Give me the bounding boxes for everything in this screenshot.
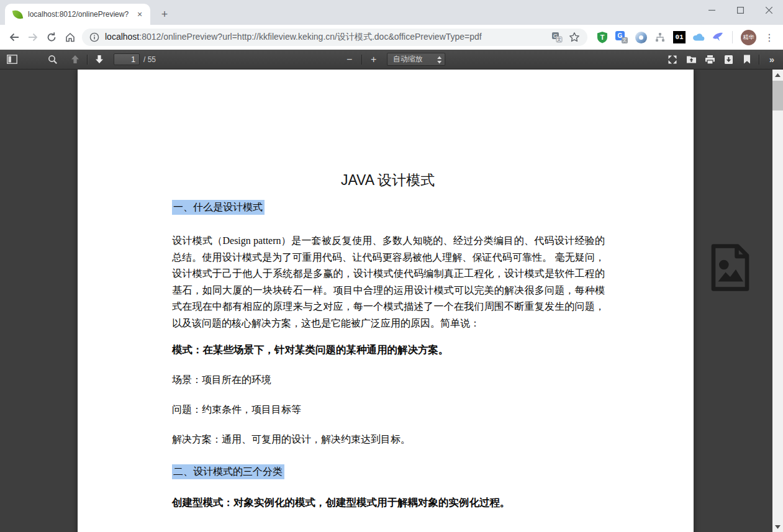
- extension-shield-icon[interactable]: T: [596, 31, 609, 43]
- bookmark-star-icon[interactable]: [569, 32, 580, 43]
- document-title: JAVA 设计模式: [172, 171, 604, 189]
- select-arrows-icon: [437, 56, 442, 64]
- scene-line: 场景：项目所在的环境: [172, 374, 604, 387]
- extension-ring-icon[interactable]: [635, 31, 647, 43]
- url-text[interactable]: localhost:8012/onlinePreview?url=http://…: [105, 32, 545, 43]
- toolbar-right-group: »: [663, 52, 781, 68]
- print-button[interactable]: [700, 52, 719, 68]
- sidebar-toggle-button[interactable]: [2, 52, 21, 68]
- highlighted-text: 二、设计模式的三个分类: [172, 464, 284, 479]
- toolbar-separator: [87, 55, 88, 65]
- zoom-controls: − + 自动缩放: [340, 52, 445, 68]
- forward-button[interactable]: [24, 28, 42, 47]
- translate-page-icon[interactable]: G文: [551, 32, 563, 43]
- spring-leaf-favicon: [12, 9, 23, 20]
- section-heading-1: 一、什么是设计模式: [172, 200, 604, 215]
- new-tab-button[interactable]: +: [156, 7, 173, 21]
- download-button[interactable]: [719, 52, 738, 68]
- page-info-icon[interactable]: [89, 32, 99, 42]
- back-button[interactable]: [5, 28, 24, 47]
- url-path: :8012/onlinePreview?url=http://kkfilevie…: [139, 32, 481, 42]
- problem-line: 问题：约束条件，项目目标等: [172, 404, 604, 417]
- url-host: localhost: [105, 32, 139, 42]
- zoom-select-value: 自动缩放: [393, 54, 423, 65]
- open-file-button[interactable]: [682, 52, 700, 68]
- zoom-select[interactable]: 自动缩放: [387, 53, 445, 66]
- page-down-button[interactable]: [90, 52, 109, 68]
- search-button[interactable]: [43, 52, 62, 68]
- extensions-divider: [732, 31, 733, 43]
- creational-pattern-line: 创建型模式：对象实例化的模式，创建型模式用于解耦对象的实例化过程。: [172, 496, 604, 510]
- toolbar-separator: [759, 55, 759, 65]
- broken-image-icon: [708, 243, 753, 294]
- scroll-up-arrow[interactable]: [772, 70, 783, 80]
- tab-title: localhost:8012/onlinePreview?: [28, 10, 134, 19]
- address-bar[interactable]: localhost:8012/onlinePreview?url=http://…: [82, 29, 587, 46]
- tab-close-icon[interactable]: ×: [134, 9, 145, 20]
- svg-text:文: 文: [557, 37, 561, 42]
- zoom-out-button[interactable]: −: [340, 52, 359, 68]
- pattern-definition-line: 模式：在某些场景下，针对某类问题的某种通用的解决方案。: [172, 343, 604, 357]
- extension-cloud-icon[interactable]: [692, 31, 705, 43]
- pdf-page: JAVA 设计模式 一、什么是设计模式 设计模式（Design pattern）…: [78, 70, 694, 532]
- page-up-button[interactable]: [66, 52, 84, 68]
- close-button[interactable]: [754, 0, 783, 20]
- zoom-in-button[interactable]: +: [364, 52, 383, 68]
- svg-text:T: T: [600, 34, 605, 41]
- page-number-input[interactable]: [114, 53, 140, 65]
- home-button[interactable]: [61, 28, 79, 47]
- solution-line: 解决方案：通用、可复用的设计，解决约束达到目标。: [172, 433, 604, 446]
- pdf-viewer: JAVA 设计模式 一、什么是设计模式 设计模式（Design pattern）…: [0, 70, 783, 532]
- maximize-button[interactable]: [726, 0, 754, 20]
- pdf-toolbar: / 55 − + 自动缩放 »: [0, 50, 783, 70]
- browser-navbar: localhost:8012/onlinePreview?url=http://…: [0, 25, 783, 50]
- browser-tabstrip: localhost:8012/onlinePreview? × +: [0, 0, 783, 25]
- more-tools-button[interactable]: »: [762, 52, 781, 68]
- profile-avatar[interactable]: 精华: [741, 30, 756, 45]
- scroll-down-arrow[interactable]: [772, 521, 783, 532]
- extension-bird-icon[interactable]: [712, 31, 724, 43]
- section-heading-2: 二、设计模式的三个分类: [172, 464, 604, 479]
- toolbar-separator: [361, 55, 362, 65]
- minimize-button[interactable]: [697, 0, 726, 20]
- paragraph: 设计模式（Design pattern）是一套被反复使用、多数人知晓的、经过分类…: [172, 233, 605, 331]
- document-content: JAVA 设计模式 一、什么是设计模式 设计模式（Design pattern）…: [78, 70, 694, 510]
- bookmark-button[interactable]: [738, 52, 756, 68]
- chrome-menu-icon[interactable]: ⋮: [763, 32, 776, 43]
- page-count-label: / 55: [143, 55, 156, 64]
- scrollbar[interactable]: [772, 70, 783, 532]
- browser-tab[interactable]: localhost:8012/onlinePreview? ×: [5, 4, 150, 25]
- extension-01-badge[interactable]: 01: [673, 31, 686, 43]
- extension-sitemap-icon[interactable]: [654, 31, 666, 43]
- reload-button[interactable]: [42, 28, 61, 47]
- scrollbar-thumb[interactable]: [772, 81, 783, 110]
- highlighted-text: 一、什么是设计模式: [172, 200, 265, 215]
- window-controls: [697, 0, 783, 20]
- extension-translate-icon[interactable]: G 文: [615, 31, 628, 43]
- extensions-area: T G 文 01 精华 ⋮: [591, 30, 778, 45]
- presentation-mode-button[interactable]: [663, 52, 682, 68]
